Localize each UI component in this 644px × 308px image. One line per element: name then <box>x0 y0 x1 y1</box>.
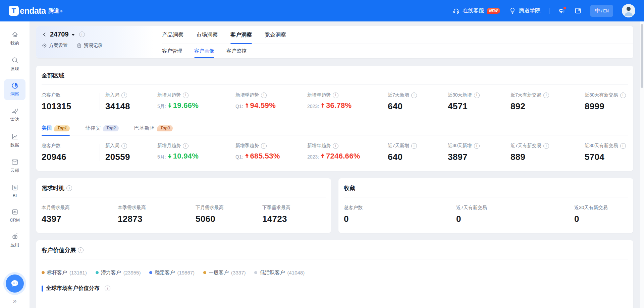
language-switcher[interactable]: 中 / EN <box>590 5 613 17</box>
stat-value: 0 <box>574 214 628 224</box>
tendata-logo[interactable]: T endata 腾道 ® <box>9 6 62 16</box>
stat-metric: 新入局i20559 <box>105 143 157 162</box>
chat-button[interactable] <box>6 274 24 293</box>
stat-label: 总客户数 <box>42 143 60 149</box>
info-icon[interactable]: i <box>66 185 72 191</box>
sidebar-item-bi[interactable]: BIBI <box>4 181 25 201</box>
info-icon[interactable]: i <box>333 93 338 98</box>
stat-label: 近30天新增 <box>448 92 472 98</box>
info-icon[interactable]: i <box>121 143 127 149</box>
sidebar-item-search[interactable]: 发现 <box>4 54 25 75</box>
sidebar-item-apps-globe[interactable]: 应用 <box>4 230 25 251</box>
scrollbar-thumb[interactable] <box>641 24 643 88</box>
sidebar-item-home[interactable]: 我的 <box>4 28 25 49</box>
plan-info-icon[interactable]: i <box>79 32 85 37</box>
legend-item-1[interactable]: 潜力客户(23955) <box>96 269 141 276</box>
lang-en[interactable]: EN <box>603 9 609 13</box>
online-service-link[interactable]: 在线客服 NEW <box>452 7 500 14</box>
trade-records-button[interactable]: 贸易记录 <box>76 43 103 49</box>
stat-label: 近7天有新交易 <box>511 92 541 98</box>
stat-value: 4571 <box>448 101 511 112</box>
info-icon[interactable]: i <box>543 143 549 149</box>
info-icon[interactable]: i <box>411 143 417 149</box>
legend-count: (13161) <box>69 270 87 275</box>
country-tab-1[interactable]: 菲律宾Top2 <box>85 121 119 135</box>
country-tab-2[interactable]: 巴基斯坦Top3 <box>134 121 173 135</box>
info-icon[interactable]: i <box>261 143 267 149</box>
stat-value: 34148 <box>105 101 157 112</box>
plan-actions: 方案设置 贸易记录 <box>42 43 153 49</box>
info-icon[interactable]: i <box>543 93 549 98</box>
info-icon[interactable]: i <box>474 143 480 149</box>
main-tab-1[interactable]: 市场洞察 <box>196 26 218 44</box>
main-tab-3[interactable]: 竞企洞察 <box>265 26 286 44</box>
sidebar-item-crm[interactable]: CRM <box>4 205 25 226</box>
fullscreen-button[interactable] <box>574 7 582 14</box>
arrow-up-icon <box>245 153 249 159</box>
legend-dot-icon <box>203 271 206 274</box>
sidebar-bottom: » <box>6 274 24 308</box>
sidebar-collapse-button[interactable]: » <box>13 297 16 304</box>
info-icon[interactable]: i <box>121 93 127 98</box>
sidebar-item-label: 云邮 <box>10 168 19 174</box>
info-icon[interactable]: i <box>474 93 480 98</box>
section-title-favorites: 收藏 <box>344 178 628 192</box>
plan-settings-button[interactable]: 方案设置 <box>42 43 68 49</box>
legend-item-0[interactable]: 标杆客户(13161) <box>42 269 87 276</box>
announcements-button[interactable] <box>558 7 566 14</box>
stat-metric: 总客户数20946 <box>42 143 105 162</box>
back-button[interactable] <box>42 32 48 38</box>
stat-label-row: 新增年趋势i <box>307 143 388 149</box>
sidebar-item-data-chart[interactable]: 数据 <box>4 130 25 151</box>
trend-period: Q1: <box>235 154 243 160</box>
info-icon[interactable]: i <box>333 143 338 149</box>
main-tab-0[interactable]: 产品洞察 <box>162 26 183 44</box>
global-distribution-label: 全球市场客户价值分布 <box>46 285 100 292</box>
stat-label: 下月需求最高 <box>196 205 224 211</box>
info-icon[interactable]: i <box>261 93 267 98</box>
stat-label-row: 总客户数 <box>42 143 105 149</box>
sidebar-item-label: BI <box>13 193 17 198</box>
stat-label: 新入局 <box>105 143 119 149</box>
legend-item-4[interactable]: 低活跃客户(41048) <box>254 269 305 276</box>
tabs-area: 产品洞察市场洞察客户洞察竞企洞察 客户管理客户画像客户监控 <box>153 26 633 58</box>
sidebar-item-mail[interactable]: 云邮 <box>4 156 25 177</box>
info-icon[interactable]: i <box>105 286 110 291</box>
plan-id[interactable]: 24709 <box>50 30 69 38</box>
academy-link[interactable]: 腾道学院 <box>509 7 540 14</box>
lang-zh[interactable]: 中 <box>595 7 600 14</box>
caret-down-icon[interactable] <box>71 34 75 36</box>
page-scrollbar[interactable] <box>640 21 644 308</box>
stat-metric: 近7天有新交易i892 <box>511 92 585 112</box>
stat-trend: 新增月趋势i5月:10.94% <box>157 143 235 162</box>
trend-value-row: 5月:10.94% <box>157 152 235 161</box>
clipboard-icon <box>76 43 82 48</box>
sidebar-item-insight[interactable]: 洞察 <box>4 79 25 100</box>
sidebar-item-label: 洞察 <box>10 91 19 97</box>
mail-icon <box>11 158 19 166</box>
legend-item-3[interactable]: 一般客户(3337) <box>203 269 246 276</box>
sidebar-item-radar[interactable]: 雷达 <box>4 105 25 126</box>
user-avatar[interactable] <box>622 4 635 17</box>
sub-tab-2[interactable]: 客户监控 <box>226 44 247 58</box>
stat-label: 近7天新增 <box>388 143 409 149</box>
stat-value: 4397 <box>42 214 118 224</box>
info-icon[interactable]: i <box>620 143 626 149</box>
stat-label: 近30天有新交易 <box>585 143 618 149</box>
legend-dot-icon <box>254 271 257 274</box>
country-tab-0[interactable]: 美国Top1 <box>42 121 70 135</box>
stat-value: 14723 <box>262 214 326 224</box>
sub-tab-1[interactable]: 客户画像 <box>194 44 214 58</box>
plan-settings-label: 方案设置 <box>49 43 68 49</box>
info-icon[interactable]: i <box>411 93 417 98</box>
info-icon[interactable]: i <box>183 143 189 149</box>
info-icon[interactable]: i <box>78 247 84 253</box>
legend-name: 标杆客户 <box>47 269 67 276</box>
info-icon[interactable]: i <box>620 93 626 98</box>
info-icon[interactable]: i <box>183 93 189 98</box>
tier-legend: 标杆客户(13161)潜力客户(23955)稳定客户(19867)一般客户(33… <box>42 269 628 276</box>
main-tab-2[interactable]: 客户洞察 <box>230 26 252 44</box>
sub-tab-0[interactable]: 客户管理 <box>162 44 182 58</box>
legend-item-2[interactable]: 稳定客户(19867) <box>149 269 195 276</box>
stat-metric: 近7天新增i640 <box>388 92 448 112</box>
